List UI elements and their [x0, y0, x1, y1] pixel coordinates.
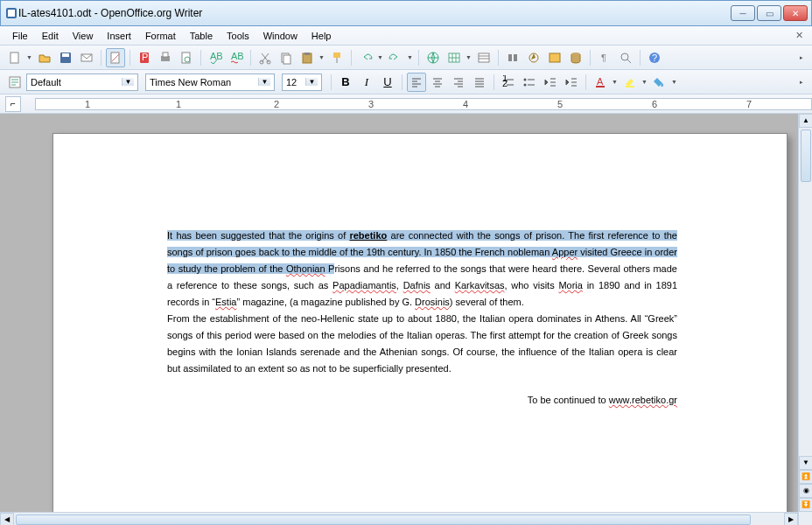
menu-insert[interactable]: Insert [100, 29, 138, 43]
menu-tools[interactable]: Tools [220, 29, 256, 43]
toolbar-overflow-icon[interactable]: ▸ [800, 79, 807, 86]
svg-text:¶: ¶ [601, 52, 606, 63]
dropdown-icon[interactable]: ▼ [671, 79, 678, 85]
scroll-thumb[interactable] [801, 130, 811, 182]
datasources-button[interactable] [566, 48, 585, 67]
vertical-scrollbar[interactable]: ▲ ▼ ⏫ ◉ ⏬ [798, 114, 812, 525]
font-value: Times New Roman [150, 77, 231, 88]
doc-close-icon[interactable]: ✕ [791, 29, 807, 43]
svg-text:ABC: ABC [210, 51, 222, 61]
dropdown-icon[interactable]: ▼ [318, 54, 326, 60]
align-left-button[interactable] [407, 73, 426, 92]
dropdown-icon[interactable]: ▼ [407, 54, 414, 60]
scroll-up-icon[interactable]: ▲ [799, 114, 812, 128]
format-paint-button[interactable] [327, 48, 346, 67]
spellcheck-button[interactable]: ABC [206, 48, 225, 67]
navigator-button[interactable] [524, 48, 543, 67]
edit-doc-button[interactable] [106, 48, 125, 67]
dropdown-icon[interactable]: ▼ [26, 54, 33, 60]
window-title: IL-ates4101.odt - OpenOffice.org Writer [18, 7, 731, 19]
scroll-down-icon[interactable]: ▼ [799, 456, 812, 470]
table-button[interactable] [444, 48, 464, 67]
svg-rect-21 [333, 52, 340, 58]
menu-edit[interactable]: Edit [35, 29, 66, 43]
copy-button[interactable] [276, 48, 296, 67]
redo-button[interactable] [386, 48, 405, 67]
find-button[interactable] [503, 48, 522, 67]
email-button[interactable] [77, 48, 96, 67]
dropdown-icon[interactable]: ▼ [612, 79, 619, 85]
next-page-icon[interactable]: ⏬ [799, 498, 812, 512]
menu-window[interactable]: Window [256, 29, 304, 43]
underline-button[interactable]: U [378, 73, 397, 92]
scroll-right-icon[interactable]: ▶ [784, 513, 798, 525]
align-right-button[interactable] [449, 73, 468, 92]
close-button[interactable]: ✕ [783, 5, 808, 21]
svg-point-29 [621, 53, 628, 60]
indent-button[interactable] [562, 73, 581, 92]
scroll-thumb[interactable] [16, 514, 751, 525]
cut-button[interactable] [256, 48, 275, 67]
font-combo[interactable]: Times New Roman▼ [145, 74, 275, 91]
bg-color-button[interactable] [650, 73, 669, 92]
pdf-button[interactable]: PDF [135, 48, 154, 67]
text-content[interactable]: It has been suggested that the origins o… [162, 221, 682, 413]
style-combo[interactable]: Default▼ [26, 74, 138, 91]
help-button[interactable]: ? [645, 48, 664, 67]
styles-button[interactable] [5, 73, 24, 92]
horizontal-scrollbar[interactable]: ◀ ▶ [0, 512, 798, 525]
scroll-left-icon[interactable]: ◀ [0, 513, 14, 525]
nav-icon[interactable]: ◉ [799, 484, 812, 498]
svg-rect-20 [304, 52, 310, 55]
new-button[interactable] [5, 48, 24, 67]
toolbar-overflow-icon[interactable]: ▸ [800, 54, 807, 61]
dropdown-icon[interactable]: ▼ [305, 78, 318, 86]
svg-rect-24 [479, 53, 489, 62]
page[interactable]: It has been suggested that the origins o… [52, 133, 788, 525]
numbered-list-button[interactable]: 12 [499, 73, 518, 92]
svg-rect-38 [596, 86, 605, 88]
menu-help[interactable]: Help [304, 29, 339, 43]
svg-rect-18 [284, 55, 290, 64]
bullet-list-button[interactable] [520, 73, 539, 92]
nonprint-button[interactable]: ¶ [595, 48, 614, 67]
menu-format[interactable]: Format [138, 29, 183, 43]
records-button[interactable] [474, 48, 494, 67]
menu-table[interactable]: Table [183, 29, 220, 43]
undo-button[interactable] [356, 48, 375, 67]
open-button[interactable] [35, 48, 54, 67]
style-value: Default [31, 77, 61, 88]
size-combo[interactable]: 12▼ [282, 74, 322, 91]
svg-rect-1 [8, 10, 15, 17]
italic-button[interactable]: I [357, 73, 376, 92]
dropdown-icon[interactable]: ▼ [258, 78, 270, 86]
svg-rect-26 [550, 53, 560, 62]
gallery-button[interactable] [545, 48, 564, 67]
maximize-button[interactable]: ▭ [757, 5, 781, 21]
preview-button[interactable] [177, 48, 196, 67]
menu-file[interactable]: File [5, 29, 35, 43]
prev-page-icon[interactable]: ⏫ [799, 470, 812, 484]
print-button[interactable] [156, 48, 175, 67]
paste-button[interactable] [298, 48, 317, 67]
formatting-toolbar: Default▼ Times New Roman▼ 12▼ B I U 12 A… [0, 70, 812, 94]
bold-button[interactable]: B [336, 73, 355, 92]
title-bar: IL-ates4101.odt - OpenOffice.org Writer … [0, 0, 812, 26]
minimize-button[interactable]: ─ [731, 5, 755, 21]
ruler-strip[interactable]: 1 1 2 3 4 5 6 7 [35, 98, 812, 110]
dropdown-icon[interactable]: ▼ [377, 54, 384, 60]
autospell-button[interactable]: ABC [227, 48, 246, 67]
menu-view[interactable]: View [66, 29, 101, 43]
highlight-button[interactable] [620, 73, 640, 92]
dropdown-icon[interactable]: ▼ [122, 78, 134, 86]
dropdown-icon[interactable]: ▼ [466, 54, 472, 60]
align-center-button[interactable] [428, 73, 447, 92]
font-color-button[interactable]: A [591, 73, 610, 92]
dropdown-icon[interactable]: ▼ [641, 79, 648, 85]
align-justify-button[interactable] [470, 73, 489, 92]
hyperlink-button[interactable] [424, 48, 443, 67]
outdent-button[interactable] [541, 73, 560, 92]
tab-type-button[interactable]: ⌐ [5, 96, 21, 112]
save-button[interactable] [56, 48, 75, 67]
zoom-button[interactable] [616, 48, 635, 67]
